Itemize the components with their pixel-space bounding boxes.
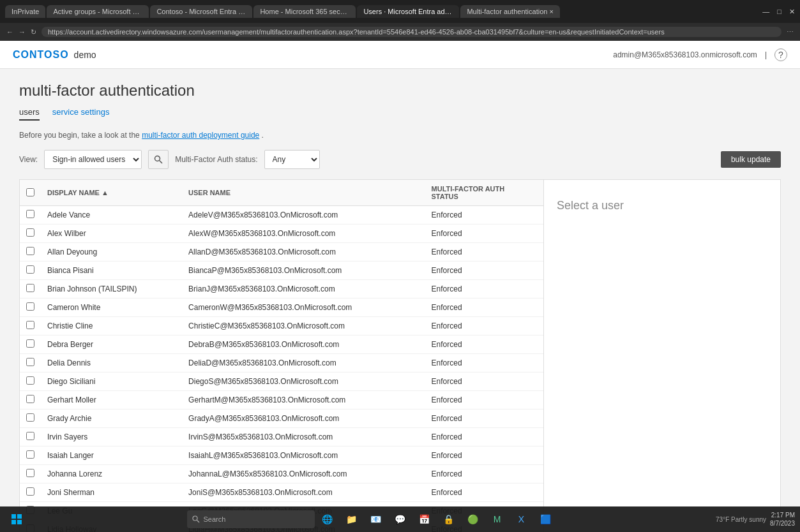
header-checkbox[interactable]: [20, 180, 41, 206]
filter-row: View: Sign-in allowed users Sign-in bloc…: [19, 150, 781, 169]
row-checkbox-cell[interactable]: [20, 225, 41, 243]
row-checkbox-cell[interactable]: [20, 373, 41, 391]
row-checkbox-cell[interactable]: [20, 428, 41, 447]
row-checkbox[interactable]: [26, 321, 34, 329]
row-checkbox[interactable]: [26, 339, 34, 348]
row-user-name: BrianJ@M365x85368103.OnMicrosoft.com: [182, 280, 425, 299]
tab-users-entra[interactable]: Users · Microsoft Entra admin r...: [357, 5, 459, 18]
deployment-guide-link[interactable]: multi-factor auth deployment guide: [142, 131, 259, 140]
row-checkbox-cell[interactable]: [20, 299, 41, 317]
row-checkbox[interactable]: [26, 469, 34, 477]
svg-point-0: [155, 156, 160, 161]
tab-m365-security[interactable]: Home - Microsoft 365 security: [253, 5, 356, 18]
taskbar-app8-icon[interactable]: 🟦: [534, 508, 557, 531]
close-icon[interactable]: ✕: [789, 8, 795, 16]
svg-rect-5: [17, 520, 22, 524]
taskbar-app5-icon[interactable]: 🟢: [462, 508, 485, 531]
row-checkbox[interactable]: [26, 432, 34, 440]
taskbar-file-explorer-icon[interactable]: 📁: [340, 508, 363, 531]
help-icon[interactable]: ?: [774, 48, 787, 61]
tab-service-settings[interactable]: service settings: [52, 105, 110, 121]
table-row[interactable]: Joni Sherman JoniS@M365x85368103.OnMicro…: [20, 484, 543, 502]
taskbar-edge-icon[interactable]: 🌐: [316, 508, 339, 531]
maximize-icon[interactable]: □: [777, 8, 781, 15]
row-checkbox-cell[interactable]: [20, 280, 41, 299]
table-row[interactable]: Debra Berger DebraB@M365x85368103.OnMicr…: [20, 336, 543, 354]
row-checkbox-cell[interactable]: [20, 447, 41, 465]
page-tabs: users service settings: [19, 105, 781, 121]
minimize-icon[interactable]: —: [762, 8, 769, 15]
row-checkbox[interactable]: [26, 376, 34, 385]
row-checkbox[interactable]: [26, 265, 34, 274]
row-checkbox-cell[interactable]: [20, 317, 41, 336]
row-checkbox[interactable]: [26, 413, 34, 422]
table-container: DISPLAY NAME ▲ USER NAME MULTI-FACTOR AU…: [19, 179, 781, 532]
row-checkbox-cell[interactable]: [20, 336, 41, 354]
forward-icon[interactable]: →: [19, 28, 26, 36]
tab-users[interactable]: users: [19, 105, 40, 121]
search-button[interactable]: [148, 150, 169, 169]
admin-email: admin@M365x85368103.onmicrosoft.com: [613, 50, 757, 59]
row-user-name: DeliaD@M365x85368103.OnMicrosoft.com: [182, 354, 425, 373]
taskbar-app7-icon[interactable]: X: [510, 508, 533, 531]
start-button[interactable]: [5, 508, 28, 531]
brand: CONTOSO demo: [13, 49, 96, 61]
row-checkbox-cell[interactable]: [20, 243, 41, 262]
row-checkbox[interactable]: [26, 228, 34, 237]
taskbar-app4-icon[interactable]: 🔒: [437, 508, 460, 531]
taskbar-app6-icon[interactable]: M: [486, 508, 509, 531]
row-checkbox[interactable]: [26, 247, 34, 255]
row-checkbox-cell[interactable]: [20, 410, 41, 428]
tab-mfa[interactable]: Multi-factor authentication ×: [460, 5, 559, 18]
row-display-name: Allan Deyoung: [41, 243, 182, 262]
table-row[interactable]: Christie Cline ChristieC@M365x85368103.O…: [20, 317, 543, 336]
table-row[interactable]: Adele Vance AdeleV@M365x85368103.OnMicro…: [20, 206, 543, 225]
row-mfa-status: Enforced: [425, 447, 543, 465]
taskbar-search-bar[interactable]: Search: [187, 510, 315, 528]
table-row[interactable]: Allan Deyoung AllanD@M365x85368103.OnMic…: [20, 243, 543, 262]
table-row[interactable]: Gerhart Moller GerhartM@M365x85368103.On…: [20, 391, 543, 410]
table-row[interactable]: Isaiah Langer IsaiahL@M365x85368103.OnMi…: [20, 447, 543, 465]
refresh-icon[interactable]: ↻: [31, 28, 36, 36]
tab-inprivate[interactable]: InPrivate: [5, 5, 45, 18]
tab-contoso-entra[interactable]: Contoso - Microsoft Entra adm...: [150, 5, 252, 18]
row-checkbox[interactable]: [26, 302, 34, 311]
row-checkbox[interactable]: [26, 284, 34, 292]
row-checkbox-cell[interactable]: [20, 484, 41, 502]
row-checkbox-cell[interactable]: [20, 206, 41, 225]
row-checkbox[interactable]: [26, 487, 34, 496]
row-mfa-status: Enforced: [425, 391, 543, 410]
table-row[interactable]: Bianca Pisani BiancaP@M365x85368103.OnMi…: [20, 262, 543, 280]
row-user-name: IrvinS@M365x85368103.OnMicrosoft.com: [182, 428, 425, 447]
mfa-status-select[interactable]: Any Enabled Disabled Enforced: [264, 150, 320, 169]
table-row[interactable]: Johanna Lorenz JohannaL@M365x85368103.On…: [20, 465, 543, 484]
table-row[interactable]: Brian Johnson (TAILSPIN) BrianJ@M365x853…: [20, 280, 543, 299]
row-checkbox-cell[interactable]: [20, 262, 41, 280]
taskbar-app1-icon[interactable]: 📧: [365, 508, 388, 531]
header-user-name: USER NAME: [182, 180, 425, 206]
row-checkbox-cell[interactable]: [20, 465, 41, 484]
table-row[interactable]: Delia Dennis DeliaD@M365x85368103.OnMicr…: [20, 354, 543, 373]
page-wrapper: CONTOSO demo admin@M365x85368103.onmicro…: [0, 41, 800, 532]
row-checkbox[interactable]: [26, 450, 34, 459]
table-row[interactable]: Alex Wilber AlexW@M365x85368103.OnMicros…: [20, 225, 543, 243]
table-row[interactable]: Irvin Sayers IrvinS@M365x85368103.OnMicr…: [20, 428, 543, 447]
table-row[interactable]: Grady Archie GradyA@M365x85368103.OnMicr…: [20, 410, 543, 428]
taskbar-app3-icon[interactable]: 📅: [413, 508, 436, 531]
row-checkbox[interactable]: [26, 395, 34, 403]
taskbar-app2-icon[interactable]: 💬: [389, 508, 412, 531]
select-all-checkbox[interactable]: [26, 188, 34, 196]
user-detail-panel: Select a user: [543, 180, 780, 532]
view-select[interactable]: Sign-in allowed users Sign-in blocked us…: [44, 150, 142, 169]
taskbar-search-icon: [192, 515, 200, 523]
table-row[interactable]: Cameron White CameronW@M365x85368103.OnM…: [20, 299, 543, 317]
row-checkbox[interactable]: [26, 210, 34, 218]
url-bar[interactable]: https://account.activedirectory.windowsa…: [42, 27, 781, 37]
row-checkbox[interactable]: [26, 358, 34, 366]
back-icon[interactable]: ←: [6, 28, 13, 36]
table-row[interactable]: Diego Siciliani DiegoS@M365x85368103.OnM…: [20, 373, 543, 391]
bulk-update-button[interactable]: bulk update: [721, 151, 781, 168]
row-checkbox-cell[interactable]: [20, 391, 41, 410]
row-checkbox-cell[interactable]: [20, 354, 41, 373]
tab-active-groups[interactable]: Active groups - Microsoft 365...: [47, 5, 149, 18]
